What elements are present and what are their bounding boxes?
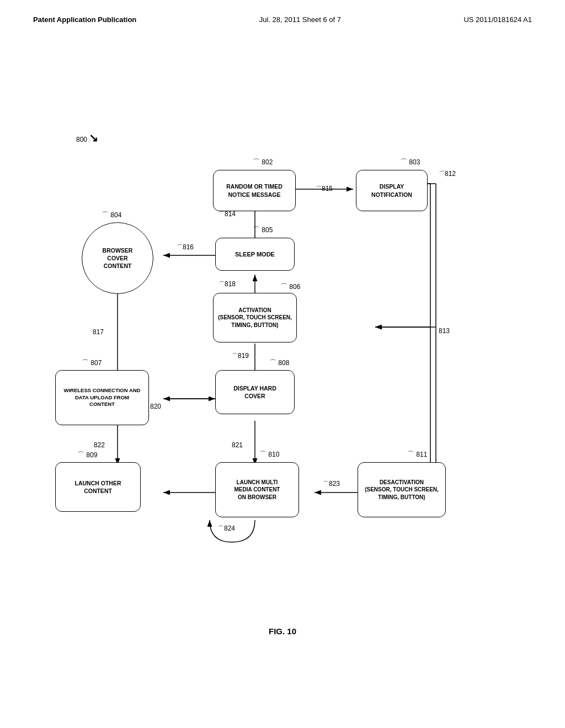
label-804: ⌒ 804 [102,210,121,220]
header-patent-number: US 2011/0181624 A1 [463,15,532,24]
label-805: ⌒ 805 [253,225,273,235]
box-805: SLEEP MODE [215,238,295,271]
box-807: WIRELESS CONNECTION AND DATA UPLOAD FROM… [55,370,149,425]
label-819: ⌒819 [232,352,249,360]
header: Patent Application Publication Jul. 28, … [0,0,565,24]
label-808: ⌒ 808 [269,358,289,368]
label-809: ⌒ 809 [77,450,97,460]
box-804: BROWSER COVER CONTENT [82,222,153,294]
label-807: ⌒ 807 [82,358,102,368]
arrows-svg [0,35,565,669]
label-815: ⌒815 [316,185,333,193]
box-811: DESACTIVATION (SENSOR, TOUCH SCREEN, TIM… [358,462,446,517]
label-818: ⌒818 [218,280,236,288]
label-816: ⌒816 [177,243,194,251]
header-publication: Patent Application Publication [33,15,136,24]
label-802: ⌒ 802 [253,157,273,167]
label-813: 813 [439,327,450,335]
box-806: ACTIVATION (SENSOR, TOUCH SCREEN, TIMING… [213,293,297,342]
figure-caption: FIG. 10 [269,627,296,636]
header-date-sheet: Jul. 28, 2011 Sheet 6 of 7 [259,15,341,24]
label-817: 817 [93,328,104,336]
label-812: ⌒812 [439,170,456,178]
label-814: ⌒814 [218,210,236,218]
diagram-area: 800 ↘ RANDOM OR TIMED NOTICE MESSAGE ⌒ 8… [0,35,565,669]
label-820: 820 [150,403,161,410]
label-803: ⌒ 803 [400,157,420,167]
box-810: LAUNCH MULTI MEDIA CONTENT ON BROWSER [215,462,299,517]
label-823: ⌒823 [323,480,340,488]
box-809: LAUNCH OTHER CONTENT [55,462,141,512]
label-822: 822 [94,441,105,449]
box-802: RANDOM OR TIMED NOTICE MESSAGE [213,170,296,211]
label-824: ⌒824 [218,524,235,533]
label-811: ⌒ 811 [407,449,427,459]
label-800: 800 ↘ [76,131,98,144]
label-821: 821 [232,441,243,449]
page: Patent Application Publication Jul. 28, … [0,0,565,728]
label-806: ⌒ 806 [280,282,300,292]
box-808: DISPLAY HARD COVER [215,370,295,414]
box-803: DISPLAY NOTIFICATION [356,170,428,211]
label-810: ⌒ 810 [259,449,279,459]
